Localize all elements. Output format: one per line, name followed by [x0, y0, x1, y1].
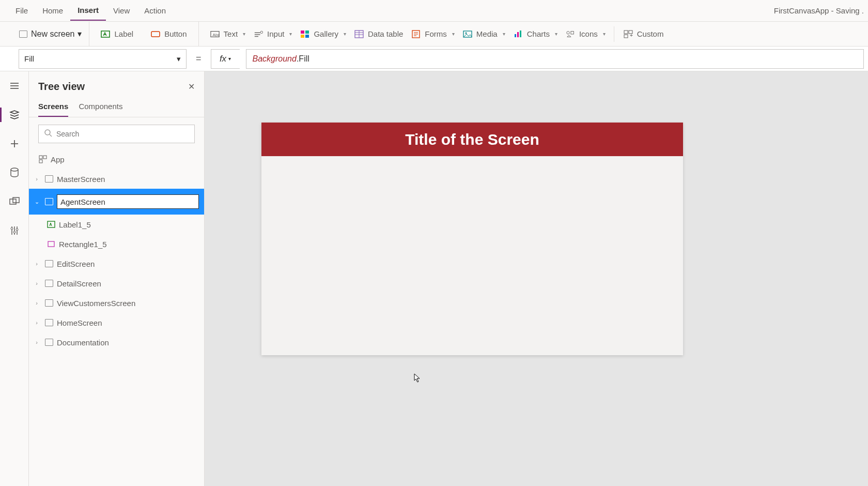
data-button[interactable]	[4, 164, 25, 181]
label-icon	[101, 29, 110, 39]
svg-rect-24	[520, 31, 521, 37]
screen-icon	[44, 279, 54, 287]
tree-item-viewcustomersscreen[interactable]: › ViewCustomersScreen	[29, 293, 204, 313]
advanced-button[interactable]	[4, 222, 25, 239]
svg-rect-49	[39, 160, 42, 163]
svg-rect-1	[151, 32, 160, 37]
caret-icon: ›	[32, 339, 41, 345]
ribbon-new-screen[interactable]: New screen▾	[12, 22, 89, 46]
ribbon-icons[interactable]: Icons▾	[562, 26, 610, 42]
svg-text:+: +	[630, 33, 633, 38]
hamburger-button[interactable]	[4, 78, 25, 94]
caret-icon: ›	[32, 300, 41, 306]
tab-screens[interactable]: Screens	[38, 98, 68, 117]
formula-bar: Fill ▾ = fx▾ Background.Fill	[0, 47, 868, 71]
app-status: FirstCanvasApp - Saving .	[774, 6, 864, 15]
tree-app-node[interactable]: App	[29, 149, 204, 169]
tree-item-documentation[interactable]: › Documentation	[29, 332, 204, 352]
media-icon	[463, 29, 472, 39]
property-selector[interactable]: Fill ▾	[19, 49, 187, 69]
ribbon: New screen▾ Label Button Abc Text▾ Input…	[0, 22, 868, 47]
tree-item-detailscreen[interactable]: › DetailScreen	[29, 274, 204, 293]
caret-icon: ›	[32, 280, 41, 286]
media-rail-button[interactable]	[4, 193, 25, 210]
chevron-down-icon: ▾	[289, 31, 292, 37]
svg-rect-23	[517, 32, 519, 37]
screen-icon	[44, 260, 54, 268]
ribbon-label[interactable]: Label	[97, 26, 137, 42]
search-box[interactable]	[38, 125, 195, 143]
equals-sign: =	[193, 53, 205, 64]
canvas-screen[interactable]: Title of the Screen	[261, 123, 683, 355]
ribbon-forms[interactable]: Forms▾	[407, 26, 459, 42]
tree-item-homescreen[interactable]: › HomeScreen	[29, 313, 204, 332]
chevron-down-icon: ▾	[555, 31, 557, 37]
svg-point-7	[260, 31, 263, 34]
table-icon	[354, 29, 364, 39]
ribbon-input[interactable]: Input▾	[250, 26, 296, 42]
charts-icon	[514, 29, 523, 39]
menu-view[interactable]: View	[106, 1, 137, 20]
svg-rect-26	[571, 31, 574, 34]
chevron-down-icon: ▾	[452, 31, 455, 37]
formula-input[interactable]: Background.Fill	[246, 49, 864, 69]
search-input[interactable]	[56, 130, 189, 138]
forms-icon	[411, 29, 421, 39]
input-icon	[254, 29, 263, 39]
menu-file[interactable]: File	[8, 1, 35, 20]
ribbon-data-table[interactable]: Data table	[350, 26, 407, 42]
caret-down-icon: ⌄	[32, 199, 41, 205]
svg-rect-22	[515, 34, 516, 37]
chevron-down-icon: ▾	[503, 31, 505, 37]
close-icon[interactable]: ✕	[188, 82, 195, 92]
tree-item-label1-5[interactable]: Label1_5	[29, 215, 204, 234]
canvas-area[interactable]: Title of the Screen	[205, 71, 868, 486]
rectangle-icon	[47, 240, 56, 248]
tree-item-agentscreen[interactable]: ⌄	[29, 189, 204, 215]
ribbon-charts[interactable]: Charts▾	[509, 26, 562, 42]
chevron-down-icon: ▾	[177, 54, 181, 64]
svg-rect-9	[305, 31, 309, 34]
tree-view-button[interactable]	[4, 107, 25, 123]
search-icon	[44, 129, 52, 139]
chevron-down-icon: ▾	[344, 31, 346, 37]
ribbon-button[interactable]: Button	[147, 26, 191, 42]
svg-point-36	[11, 168, 18, 171]
screen-icon	[44, 299, 54, 307]
rename-input[interactable]	[57, 194, 199, 209]
screen-icon	[44, 338, 54, 346]
ribbon-custom[interactable]: + Custom	[614, 26, 668, 42]
ribbon-media[interactable]: Media▾	[459, 26, 509, 42]
caret-icon: ›	[32, 261, 41, 267]
screen-icon	[19, 29, 28, 39]
custom-icon: +	[624, 29, 633, 39]
svg-point-42	[11, 227, 13, 230]
svg-point-21	[465, 32, 467, 34]
ribbon-text[interactable]: Abc Text▾	[206, 26, 250, 42]
chevron-down-icon: ▾	[78, 29, 82, 39]
svg-rect-8	[301, 31, 304, 34]
svg-point-45	[45, 130, 50, 135]
menu-action[interactable]: Action	[137, 1, 173, 20]
svg-rect-51	[48, 241, 54, 247]
tree-item-rectangle1-5[interactable]: Rectangle1_5	[29, 234, 204, 254]
svg-rect-29	[624, 35, 628, 38]
svg-rect-10	[301, 35, 304, 38]
svg-rect-48	[43, 156, 47, 159]
chevron-down-icon: ▾	[603, 31, 606, 37]
menu-home[interactable]: Home	[35, 1, 70, 20]
tab-components[interactable]: Components	[79, 98, 122, 117]
screen-icon	[44, 175, 54, 183]
left-rail	[0, 71, 29, 486]
fx-button[interactable]: fx▾	[211, 49, 240, 69]
tree-item-masterscreen[interactable]: › MasterScreen	[29, 169, 204, 189]
screen-title-bar[interactable]: Title of the Screen	[261, 123, 683, 156]
svg-point-44	[16, 229, 18, 231]
gallery-icon	[300, 29, 309, 39]
ribbon-gallery[interactable]: Gallery▾	[296, 26, 350, 42]
svg-point-25	[567, 31, 569, 34]
app-icon	[38, 155, 48, 163]
tree-item-editscreen[interactable]: › EditScreen	[29, 254, 204, 274]
insert-button[interactable]	[4, 135, 25, 152]
menu-insert[interactable]: Insert	[70, 1, 106, 21]
